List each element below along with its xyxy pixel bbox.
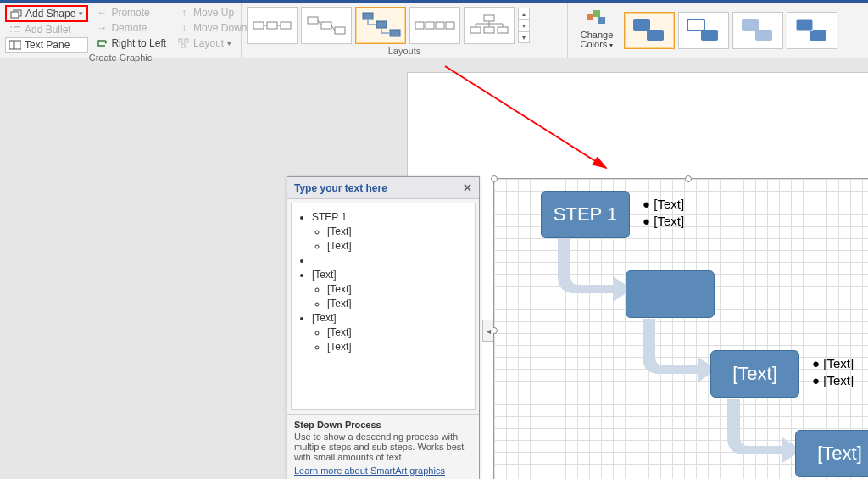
move-up-button[interactable]: ↑ Move Up xyxy=(174,5,251,20)
gallery-more-button[interactable]: ▾ xyxy=(518,31,530,43)
resize-handle[interactable] xyxy=(685,175,692,182)
footer-title: Step Down Process xyxy=(294,420,472,430)
tp-item: STEP 1 [Text] [Text] xyxy=(312,211,471,252)
chevron-down-icon: ▾ xyxy=(227,39,231,47)
flow-arrow-icon xyxy=(727,399,804,467)
bullet-item: [Text] xyxy=(812,355,854,372)
close-icon[interactable]: ✕ xyxy=(463,181,472,194)
move-down-icon: ↓ xyxy=(178,22,190,34)
add-bullet-label: Add Bullet xyxy=(25,24,71,36)
group-layouts-label: Layouts xyxy=(247,46,562,58)
footer-desc: Use to show a descending process with mu… xyxy=(294,432,472,462)
text-pane-button[interactable]: Text Pane xyxy=(5,37,88,53)
add-shape-button[interactable]: Add Shape ▾ xyxy=(5,5,88,22)
svg-rect-18 xyxy=(335,27,345,34)
bullet-item: [Text] xyxy=(812,372,854,389)
svg-rect-11 xyxy=(253,22,264,29)
svg-rect-1 xyxy=(11,12,19,18)
smartart-node-step1[interactable]: STEP 1 xyxy=(541,191,630,238)
style-option-1-selected[interactable] xyxy=(624,12,675,49)
layout-option-4[interactable] xyxy=(409,7,460,44)
svg-point-4 xyxy=(10,31,12,32)
svg-point-2 xyxy=(10,26,12,28)
svg-rect-12 xyxy=(267,22,277,29)
style-option-3[interactable] xyxy=(732,12,783,49)
text-pane[interactable]: Type your text here ✕ STEP 1 [Text] [Tex… xyxy=(287,176,480,479)
text-pane-header[interactable]: Type your text here ✕ xyxy=(287,177,479,199)
svg-rect-16 xyxy=(308,17,318,24)
smartart-canvas[interactable]: ◂ STEP 1 [Text] [Text] [Text] [Text] [Te… xyxy=(493,178,868,479)
svg-rect-27 xyxy=(470,27,481,33)
svg-rect-8 xyxy=(179,39,182,42)
move-down-button[interactable]: ↓ Move Down xyxy=(174,20,251,36)
move-up-label: Move Up xyxy=(193,7,234,19)
demote-button[interactable]: → Demote xyxy=(92,20,170,36)
tp-subitem[interactable]: [Text] xyxy=(327,226,471,237)
svg-rect-25 xyxy=(446,22,454,29)
chevron-down-icon: ▾ xyxy=(79,9,83,18)
learn-more-link[interactable]: Learn more about SmartArt graphics xyxy=(294,465,445,476)
change-colors-icon xyxy=(585,8,609,29)
smartart-node-4[interactable]: [Text] xyxy=(795,430,868,477)
style-option-2[interactable] xyxy=(678,12,729,49)
svg-rect-10 xyxy=(181,44,185,47)
tp-subitem[interactable]: [Text] xyxy=(327,240,471,252)
svg-rect-43 xyxy=(796,19,813,31)
layout-option-2[interactable] xyxy=(301,7,352,44)
rtl-icon xyxy=(96,37,108,49)
textpane-toggle-tab[interactable]: ◂ xyxy=(482,320,493,342)
layout-option-3-selected[interactable] xyxy=(355,7,406,44)
svg-rect-41 xyxy=(742,19,759,31)
tp-subitem[interactable]: [Text] xyxy=(327,341,471,353)
group-styles: Change Colors ▾ xyxy=(568,3,868,58)
change-colors-label: Change Colors ▾ xyxy=(573,31,620,50)
demote-icon: → xyxy=(96,22,108,34)
resize-handle[interactable] xyxy=(491,175,498,182)
bullet-item: [Text] xyxy=(643,196,684,213)
smartart-node-2[interactable] xyxy=(626,270,715,318)
flow-arrow-icon xyxy=(643,319,719,387)
svg-rect-37 xyxy=(633,19,650,31)
tp-item: [Text] [Text] [Text] xyxy=(312,269,471,309)
move-down-label: Move Down xyxy=(193,22,247,34)
layout-option-1[interactable] xyxy=(247,7,298,44)
layout-option-5[interactable] xyxy=(464,7,515,44)
svg-rect-29 xyxy=(498,27,508,33)
smartart-bullets-node3[interactable]: [Text] [Text] xyxy=(812,355,854,389)
svg-rect-20 xyxy=(376,21,387,28)
style-option-4[interactable] xyxy=(787,12,837,49)
svg-rect-44 xyxy=(810,30,826,41)
tp-subitem[interactable]: [Text] xyxy=(327,298,471,309)
promote-button[interactable]: ← Promote xyxy=(92,5,170,20)
svg-rect-35 xyxy=(593,10,600,17)
svg-rect-3 xyxy=(14,26,20,28)
svg-rect-42 xyxy=(755,30,772,41)
text-pane-body[interactable]: STEP 1 [Text] [Text] [Text] [Text] [Text… xyxy=(291,203,476,410)
svg-rect-34 xyxy=(587,14,593,20)
text-pane-title: Type your text here xyxy=(294,182,387,194)
add-bullet-button[interactable]: Add Bullet xyxy=(5,22,88,37)
svg-rect-40 xyxy=(701,30,718,41)
change-colors-button[interactable]: Change Colors ▾ xyxy=(573,5,620,53)
svg-rect-5 xyxy=(14,31,20,32)
gallery-scroll-controls: ▴ ▾ ▾ xyxy=(518,8,530,43)
layout-icon xyxy=(178,37,190,49)
svg-rect-9 xyxy=(185,39,188,42)
bullet-list-icon xyxy=(9,24,21,36)
move-up-icon: ↑ xyxy=(178,7,190,19)
add-shape-icon xyxy=(10,8,22,19)
svg-rect-38 xyxy=(647,30,664,41)
svg-rect-7 xyxy=(14,41,21,49)
svg-rect-22 xyxy=(415,22,424,29)
right-to-left-button[interactable]: Right to Left xyxy=(92,36,170,51)
tp-subitem[interactable]: [Text] xyxy=(327,283,471,295)
promote-label: Promote xyxy=(111,7,149,19)
gallery-up-button[interactable]: ▴ xyxy=(518,8,530,19)
svg-rect-23 xyxy=(426,22,434,29)
smartart-bullets-step1[interactable]: [Text] [Text] xyxy=(643,196,684,230)
layout-button[interactable]: Layout ▾ xyxy=(174,36,251,51)
gallery-down-button[interactable]: ▾ xyxy=(518,19,530,31)
text-pane-footer: Step Down Process Use to show a descendi… xyxy=(287,414,479,479)
smartart-node-3[interactable]: [Text] xyxy=(710,350,799,398)
tp-subitem[interactable]: [Text] xyxy=(327,326,471,338)
